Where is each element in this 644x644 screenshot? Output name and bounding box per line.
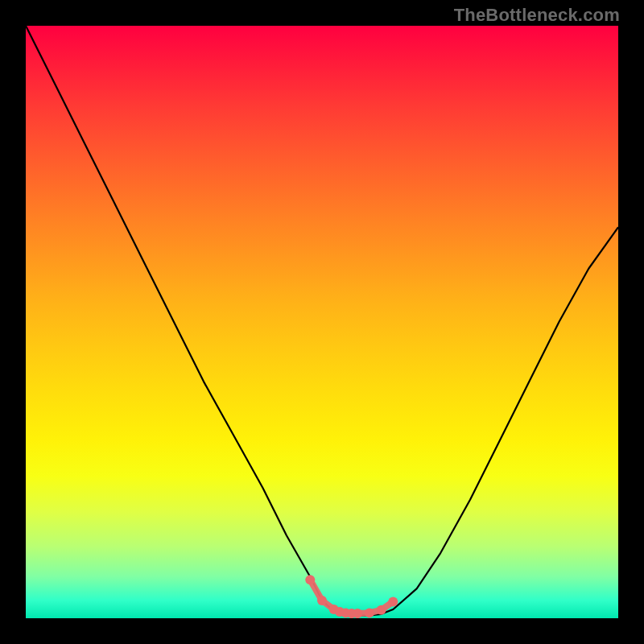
curve-svg: [26, 26, 618, 618]
optimal-marker-dot: [377, 605, 386, 615]
watermark-text: TheBottleneck.com: [454, 5, 620, 26]
bottleneck-curve-line: [26, 26, 618, 615]
plot-area: [26, 26, 618, 618]
optimal-marker-dot: [365, 608, 374, 617]
optimal-marker-dot: [305, 575, 315, 584]
chart-frame: TheBottleneck.com: [0, 0, 644, 644]
optimal-marker-dot: [317, 596, 327, 605]
optimal-marker-dot: [353, 609, 362, 618]
optimal-marker-dot: [388, 597, 398, 606]
